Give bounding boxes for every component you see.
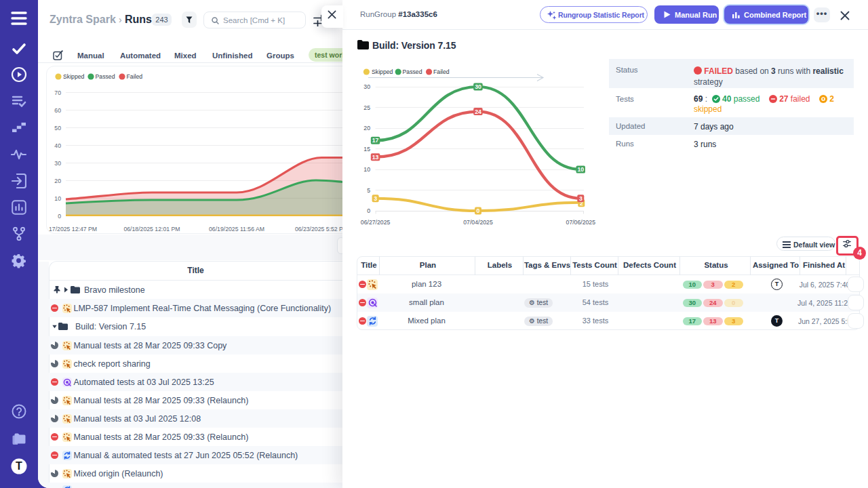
svg-text:Passed: Passed [96,73,115,80]
svg-text:50: 50 [54,125,61,131]
svg-text:06/19/2025 11:56 AM: 06/19/2025 11:56 AM [209,226,264,232]
svg-text:20: 20 [363,125,370,131]
svg-text:10: 10 [577,166,584,173]
svg-text:25: 25 [363,104,370,111]
svg-text:13: 13 [372,154,379,161]
svg-text:06/27/2025: 06/27/2025 [361,219,391,226]
svg-text:07/06/2025: 07/06/2025 [566,219,596,226]
svg-text:3: 3 [579,195,583,202]
svg-text:40: 40 [54,142,61,149]
svg-text:10: 10 [363,166,370,173]
svg-text:20: 20 [54,178,61,184]
svg-text:Passed: Passed [403,68,422,75]
svg-text:Failed: Failed [127,73,143,80]
svg-text:06/18/2025 12:01 PM: 06/18/2025 12:01 PM [123,226,180,232]
svg-text:0: 0 [58,213,61,220]
svg-text:3: 3 [374,195,377,202]
svg-text:Failed: Failed [433,68,450,75]
svg-text:06/23/2025 5:52 PM: 06/23/2025 5:52 PM [295,226,342,232]
svg-text:10: 10 [54,195,61,202]
svg-text:30: 30 [54,160,61,167]
svg-text:07/04/2025: 07/04/2025 [463,219,493,226]
svg-text:24: 24 [475,108,481,115]
svg-text:15: 15 [363,146,370,152]
svg-text:0: 0 [367,207,370,214]
svg-text:17: 17 [372,137,379,144]
svg-text:30: 30 [475,83,481,90]
svg-text:5: 5 [367,187,370,194]
svg-text:Skipped: Skipped [63,73,85,80]
svg-text:30: 30 [363,83,370,90]
svg-text:17/2025 12:47 PM: 17/2025 12:47 PM [49,226,97,232]
svg-text:60: 60 [54,107,61,114]
svg-text:0: 0 [477,207,480,214]
svg-text:70: 70 [54,89,61,96]
svg-text:Skipped: Skipped [372,68,393,75]
